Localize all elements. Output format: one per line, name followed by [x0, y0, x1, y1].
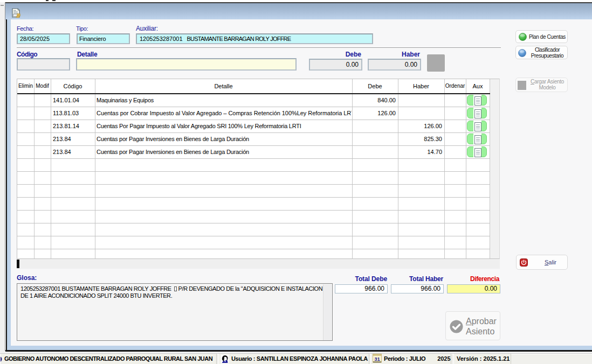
svg-text:31: 31: [374, 356, 380, 362]
